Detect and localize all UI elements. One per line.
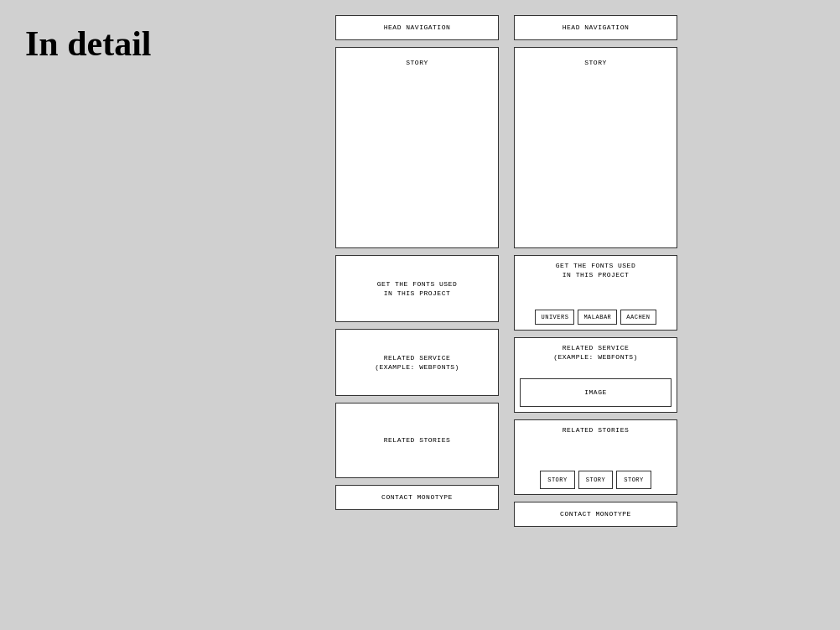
right-fonts-box: GET THE FONTS USED IN THIS PROJECT UNIVE…	[514, 255, 677, 331]
right-contact-box: CONTACT MONOTYPE	[514, 502, 677, 527]
right-related-stories-label: RELATED STORIES	[563, 425, 630, 435]
left-head-nav-label: HEAD NAVIGATION	[384, 23, 451, 32]
left-stories-box: RELATED STORIES	[335, 403, 499, 478]
left-story-box: STORY	[335, 47, 499, 248]
page-title: In detail	[25, 23, 152, 64]
image-label: IMAGE	[584, 388, 607, 397]
left-fonts-box: GET THE FONTS USED IN THIS PROJECT	[335, 255, 499, 322]
left-story-label: STORY	[406, 58, 428, 67]
left-contact-box: CONTACT MONOTYPE	[335, 485, 499, 510]
right-service-box: RELATED SERVICE (EXAMPLE: WEBFONTS) IMAG…	[514, 337, 677, 413]
left-contact-label: CONTACT MONOTYPE	[381, 492, 453, 502]
right-head-nav: HEAD NAVIGATION	[514, 15, 677, 40]
font-button-aachen[interactable]: AACHEN	[620, 310, 656, 325]
story-item-3[interactable]: STORY	[616, 471, 651, 489]
story-items-row: STORY STORY STORY	[540, 471, 651, 489]
left-fonts-label: GET THE FONTS USED IN THIS PROJECT	[377, 279, 457, 298]
left-service-box: RELATED SERVICE (EXAMPLE: WEBFONTS)	[335, 329, 499, 396]
right-fonts-label: GET THE FONTS USED IN THIS PROJECT	[556, 261, 635, 279]
right-story-label: STORY	[584, 58, 607, 67]
right-story-box: STORY	[514, 47, 677, 248]
right-head-nav-label: HEAD NAVIGATION	[563, 23, 630, 32]
right-column: HEAD NAVIGATION STORY GET THE FONTS USED…	[514, 15, 677, 527]
right-stories-box: RELATED STORIES STORY STORY STORY	[514, 419, 677, 495]
right-service-label: RELATED SERVICE (EXAMPLE: WEBFONTS)	[553, 343, 638, 362]
image-placeholder: IMAGE	[520, 378, 671, 407]
left-service-label: RELATED SERVICE (EXAMPLE: WEBFONTS)	[375, 353, 459, 372]
story-item-1[interactable]: STORY	[540, 471, 575, 489]
font-buttons-row: UNIVERS MALABAR AACHEN	[535, 310, 656, 325]
right-contact-label: CONTACT MONOTYPE	[560, 509, 631, 518]
wireframe-columns: HEAD NAVIGATION STORY GET THE FONTS USED…	[335, 15, 677, 527]
left-column: HEAD NAVIGATION STORY GET THE FONTS USED…	[335, 15, 499, 527]
left-head-nav: HEAD NAVIGATION	[335, 15, 499, 40]
font-button-malabar[interactable]: MALABAR	[578, 310, 617, 325]
font-button-univers[interactable]: UNIVERS	[535, 310, 574, 325]
story-item-2[interactable]: STORY	[578, 471, 614, 489]
left-related-stories-label: RELATED STORIES	[384, 435, 451, 445]
